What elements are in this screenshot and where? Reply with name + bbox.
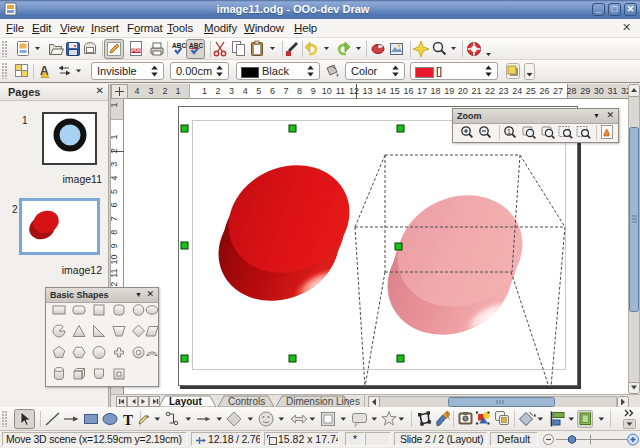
svg-text:25: 25: [526, 86, 536, 96]
svg-text:28: 28: [567, 86, 577, 96]
svg-text:30: 30: [594, 86, 604, 96]
svg-text:10: 10: [111, 254, 119, 264]
svg-text:18: 18: [431, 86, 441, 96]
svg-text:14: 14: [376, 86, 386, 96]
svg-text:1: 1: [507, 128, 511, 135]
svg-text:Controls: Controls: [228, 396, 265, 407]
svg-text:21: 21: [471, 86, 481, 96]
svg-text:5: 5: [111, 189, 119, 194]
svg-text:12: 12: [349, 86, 359, 96]
svg-text:23: 23: [499, 86, 509, 96]
svg-text:29: 29: [580, 86, 590, 96]
svg-text:26: 26: [539, 86, 549, 96]
svg-text:2: 2: [162, 86, 167, 96]
svg-text:17: 17: [417, 86, 427, 96]
svg-text:1: 1: [111, 102, 119, 107]
svg-text:9: 9: [311, 86, 316, 96]
svg-text:4: 4: [243, 86, 248, 96]
svg-text:4: 4: [111, 175, 119, 180]
svg-text:Layout: Layout: [169, 396, 202, 407]
svg-text:4: 4: [134, 86, 139, 96]
svg-text:2: 2: [215, 86, 220, 96]
svg-text:8: 8: [111, 230, 119, 235]
svg-text:27: 27: [553, 86, 563, 96]
svg-text:5: 5: [256, 86, 261, 96]
svg-text:3: 3: [148, 86, 153, 96]
svg-text:11: 11: [111, 268, 119, 277]
svg-text:11: 11: [336, 86, 345, 96]
svg-text:13: 13: [363, 86, 373, 96]
svg-text:2: 2: [111, 148, 119, 153]
svg-text:3: 3: [111, 162, 119, 167]
svg-text:7: 7: [283, 86, 288, 96]
svg-text:1: 1: [202, 86, 207, 96]
svg-text:T: T: [123, 412, 133, 428]
svg-text:19: 19: [444, 86, 454, 96]
svg-text:10: 10: [322, 86, 332, 96]
svg-text:7: 7: [111, 216, 119, 221]
svg-text:9: 9: [111, 243, 119, 248]
svg-text:24: 24: [512, 86, 522, 96]
svg-text:31: 31: [607, 86, 617, 96]
svg-text:PDF: PDF: [132, 48, 141, 53]
svg-text:ABC: ABC: [189, 42, 203, 49]
svg-text:Dimension Lines: Dimension Lines: [286, 396, 360, 407]
svg-text:8: 8: [297, 86, 302, 96]
svg-text:ABC: ABC: [172, 42, 186, 49]
svg-text:22: 22: [485, 86, 495, 96]
svg-text:3: 3: [229, 86, 234, 96]
svg-text:6: 6: [111, 203, 119, 208]
svg-text:6: 6: [270, 86, 275, 96]
svg-text:16: 16: [403, 86, 413, 96]
svg-text:20: 20: [458, 86, 468, 96]
svg-text:1: 1: [111, 135, 119, 140]
svg-text:15: 15: [390, 86, 400, 96]
svg-text:1: 1: [175, 86, 180, 96]
